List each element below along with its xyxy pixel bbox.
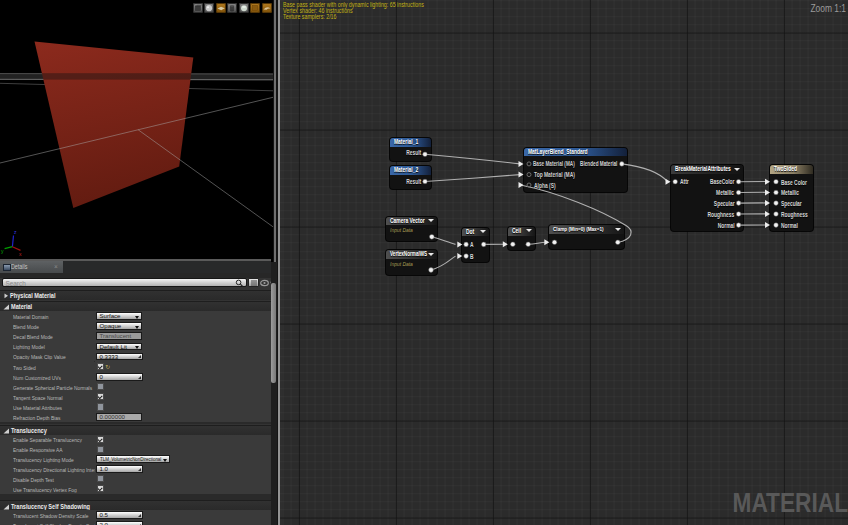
- svg-text:x: x: [19, 251, 22, 257]
- svg-text:z: z: [14, 229, 17, 235]
- svg-text:y: y: [1, 248, 4, 254]
